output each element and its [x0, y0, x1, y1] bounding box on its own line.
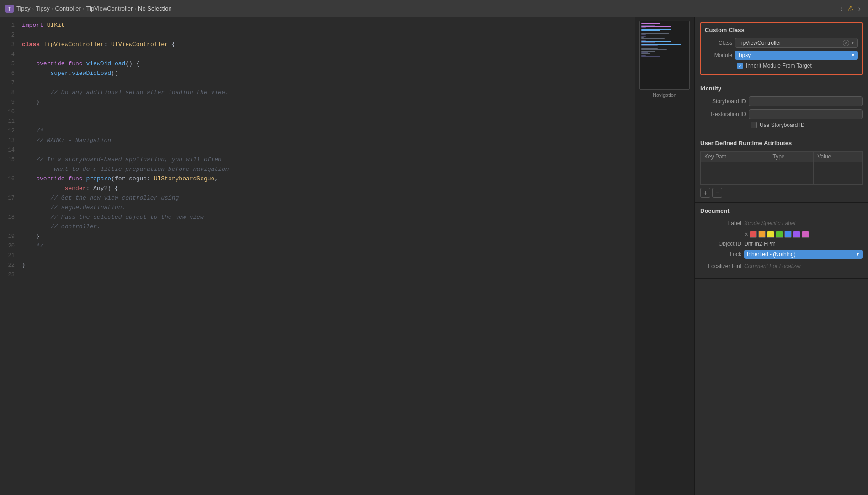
- class-label: Class: [705, 40, 732, 46]
- breadcrumb-tipsy1[interactable]: Tipsy: [16, 5, 31, 12]
- class-input-value: TipViewController: [738, 40, 781, 46]
- udra-col-value: Value: [814, 152, 863, 162]
- code-line-11: 11: [0, 117, 635, 126]
- nav-forward-button[interactable]: ›: [857, 4, 863, 14]
- breadcrumb-tipsy2[interactable]: Tipsy: [36, 5, 50, 12]
- module-label: Module: [705, 52, 732, 58]
- object-id-row: Object ID Dnf-m2-FPm: [700, 241, 863, 247]
- localizer-hint-input[interactable]: Comment For Localizer: [744, 262, 863, 271]
- custom-class-box: Custom Class Class TipViewController ✕ ▼…: [700, 22, 863, 75]
- code-line-5: 5 override func viewDidLoad() {: [0, 59, 635, 69]
- udra-actions: + −: [700, 188, 863, 198]
- localizer-hint-row: Localizer Hint Comment For Localizer: [700, 262, 863, 271]
- swatch-purple[interactable]: [793, 231, 800, 238]
- sep2: ›: [52, 6, 53, 11]
- identity-title: Identity: [700, 85, 863, 92]
- sep4: ›: [134, 6, 136, 11]
- udra-col-keypath: Key Path: [701, 152, 769, 162]
- code-line-8: 8 // Do any additional setup after loadi…: [0, 88, 635, 98]
- doc-label-label: Label: [700, 220, 741, 226]
- module-dropdown-icon: ▼: [851, 53, 855, 58]
- swatch-blue[interactable]: [784, 231, 792, 238]
- swatch-orange[interactable]: [758, 231, 766, 238]
- class-dropdown-icon[interactable]: ▼: [851, 41, 855, 45]
- app-icon: T: [5, 5, 14, 13]
- color-swatches: ✕: [744, 231, 863, 238]
- code-line-15a: 15 // In a storyboard-based application,…: [0, 155, 635, 165]
- lock-label: Lock: [700, 251, 741, 258]
- breadcrumb-controller[interactable]: Controller: [55, 5, 81, 12]
- swatch-yellow[interactable]: [767, 231, 774, 238]
- storyboard-id-input[interactable]: [749, 96, 863, 106]
- top-bar: T Tipsy › Tipsy › Controller › TipViewCo…: [0, 0, 868, 17]
- use-storyboard-row: Use Storyboard ID: [751, 122, 863, 128]
- code-line-17a: 17 // Get the new view controller using: [0, 194, 635, 203]
- module-select-value: Tipsy: [738, 52, 751, 58]
- udra-col-type: Type: [769, 152, 814, 162]
- restoration-id-row: Restoration ID: [700, 109, 863, 119]
- restoration-id-input[interactable]: [749, 109, 863, 119]
- identity-section: Identity Storyboard ID Restoration ID Us…: [695, 80, 868, 135]
- restoration-id-label: Restoration ID: [700, 111, 746, 117]
- localizer-hint-label: Localizer Hint: [700, 263, 741, 269]
- storyboard-id-row: Storyboard ID: [700, 96, 863, 106]
- udra-keypath-cell: [701, 162, 769, 185]
- code-line-22: 22 }: [0, 261, 635, 270]
- udra-empty-row: [701, 162, 863, 185]
- lock-dropdown-icon: ▼: [856, 252, 860, 257]
- code-line-23: 23: [0, 270, 635, 280]
- inspector-panel: Custom Class Class TipViewController ✕ ▼…: [694, 17, 868, 495]
- code-line-20: 20 */: [0, 242, 635, 251]
- code-line-12: 12 /*: [0, 126, 635, 136]
- udra-section: User Defined Runtime Attributes Key Path…: [695, 135, 868, 203]
- udra-title: User Defined Runtime Attributes: [700, 140, 863, 147]
- code-line-17b: // segue.destination.: [0, 203, 635, 213]
- inherit-checkbox[interactable]: ✓: [737, 63, 743, 69]
- object-id-value: Dnf-m2-FPm: [744, 241, 776, 247]
- class-field-row: Class TipViewController ✕ ▼: [705, 38, 858, 48]
- swatch-x-icon[interactable]: ✕: [744, 232, 748, 237]
- lock-select[interactable]: Inherited - (Nothing) ▼: [744, 250, 863, 259]
- code-line-19: 19 }: [0, 232, 635, 242]
- udra-add-button[interactable]: +: [700, 188, 710, 198]
- swatch-green[interactable]: [776, 231, 783, 238]
- code-line-3: 3 class TipViewController: UIViewControl…: [0, 40, 635, 50]
- code-line-10: 10: [0, 107, 635, 117]
- class-input[interactable]: TipViewController ✕ ▼: [735, 38, 858, 48]
- breadcrumb-noselection[interactable]: No Selection: [138, 5, 172, 12]
- module-select[interactable]: Tipsy ▼: [735, 51, 858, 60]
- breadcrumb-tipviewcontroller[interactable]: TipViewController: [86, 5, 133, 12]
- lock-select-value: Inherited - (Nothing): [747, 251, 796, 258]
- code-line-4: 4: [0, 50, 635, 59]
- code-editor[interactable]: 1 import UIKit 2 3 class TipViewControll…: [0, 17, 635, 495]
- custom-class-title: Custom Class: [705, 26, 858, 33]
- swatch-pink[interactable]: [802, 231, 809, 238]
- warning-icon: ⚠: [847, 4, 854, 13]
- class-clear-icon[interactable]: ✕: [843, 40, 849, 46]
- document-section: Document Label Xcode Specific Label ✕ Ob…: [695, 203, 868, 279]
- minimap-preview: [639, 21, 690, 90]
- nav-back-button[interactable]: ‹: [838, 4, 844, 14]
- code-line-15b: want to do a little preparation before n…: [0, 165, 635, 174]
- code-line-18b: // controller.: [0, 222, 635, 232]
- code-line-7: 7: [0, 79, 635, 88]
- udra-remove-button[interactable]: −: [712, 188, 722, 198]
- main-area: 1 import UIKit 2 3 class TipViewControll…: [0, 17, 868, 495]
- minimap-label: Navigation: [653, 92, 676, 98]
- breadcrumb: Tipsy › Tipsy › Controller › TipViewCont…: [16, 5, 172, 12]
- doc-label-row: Label Xcode Specific Label: [700, 219, 863, 228]
- code-line-13: 13 // MARK: - Navigation: [0, 136, 635, 146]
- use-storyboard-checkbox[interactable]: [751, 122, 757, 128]
- use-storyboard-label: Use Storyboard ID: [760, 122, 805, 128]
- inherit-checkbox-row: ✓ Inherit Module From Target: [737, 63, 858, 69]
- code-line-6: 6 super.viewDidLoad(): [0, 69, 635, 79]
- sep3: ›: [83, 6, 85, 11]
- doc-label-input[interactable]: Xcode Specific Label: [744, 219, 863, 228]
- udra-value-cell: [814, 162, 863, 185]
- code-line-14: 14: [0, 146, 635, 155]
- object-id-label: Object ID: [700, 241, 741, 247]
- code-line-1: 1 import UIKit: [0, 21, 635, 31]
- swatch-red[interactable]: [750, 231, 757, 238]
- storyboard-id-label: Storyboard ID: [700, 98, 746, 105]
- custom-class-section: Custom Class Class TipViewController ✕ ▼…: [695, 17, 868, 80]
